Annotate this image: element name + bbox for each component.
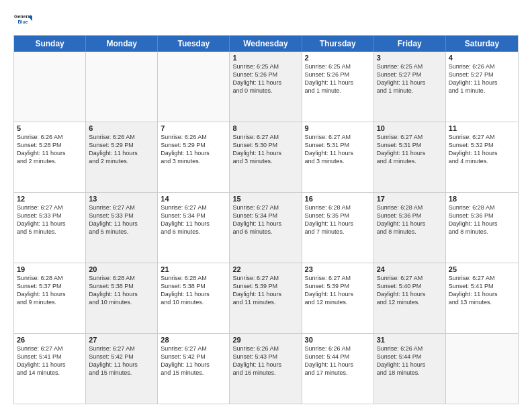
- day-number: 10: [377, 124, 443, 132]
- cell-info: Sunrise: 6:27 AMSunset: 5:33 PMDaylight:…: [89, 203, 154, 236]
- calendar-row-2: 12Sunrise: 6:27 AMSunset: 5:33 PMDayligh…: [14, 192, 518, 263]
- cal-cell-4-3: 29Sunrise: 6:26 AMSunset: 5:43 PMDayligh…: [230, 334, 302, 404]
- cell-info: Sunrise: 6:27 AMSunset: 5:31 PMDaylight:…: [305, 133, 371, 166]
- day-number: 28: [161, 336, 226, 344]
- cal-cell-3-2: 21Sunrise: 6:28 AMSunset: 5:38 PMDayligh…: [158, 263, 230, 333]
- cell-info: Sunrise: 6:27 AMSunset: 5:42 PMDaylight:…: [89, 345, 154, 377]
- cell-info: Sunrise: 6:25 AMSunset: 5:26 PMDaylight:…: [232, 62, 298, 95]
- cell-info: Sunrise: 6:27 AMSunset: 5:39 PMDaylight:…: [232, 274, 298, 307]
- day-number: 20: [89, 265, 154, 273]
- cal-cell-3-3: 22Sunrise: 6:27 AMSunset: 5:39 PMDayligh…: [230, 263, 302, 333]
- calendar-row-4: 26Sunrise: 6:27 AMSunset: 5:41 PMDayligh…: [14, 333, 518, 404]
- header-day-thursday: Thursday: [302, 36, 374, 52]
- day-number: 9: [305, 124, 371, 132]
- header: General Blue: [13, 11, 519, 30]
- cal-cell-1-2: 7Sunrise: 6:26 AMSunset: 5:29 PMDaylight…: [158, 122, 230, 192]
- cell-info: Sunrise: 6:27 AMSunset: 5:39 PMDaylight:…: [305, 274, 371, 307]
- day-number: 29: [232, 336, 298, 344]
- cal-cell-1-3: 8Sunrise: 6:27 AMSunset: 5:30 PMDaylight…: [230, 122, 302, 192]
- cal-cell-3-5: 24Sunrise: 6:27 AMSunset: 5:40 PMDayligh…: [374, 263, 446, 333]
- cal-cell-1-1: 6Sunrise: 6:26 AMSunset: 5:29 PMDaylight…: [86, 122, 158, 192]
- cal-cell-0-4: 2Sunrise: 6:25 AMSunset: 5:26 PMDaylight…: [302, 52, 374, 122]
- page: General Blue SundayMondayTuesdayWednesda…: [0, 0, 532, 411]
- cal-cell-4-5: 31Sunrise: 6:26 AMSunset: 5:44 PMDayligh…: [374, 334, 446, 404]
- day-number: 14: [161, 195, 226, 203]
- calendar-row-1: 5Sunrise: 6:26 AMSunset: 5:28 PMDaylight…: [14, 122, 518, 192]
- cal-cell-4-2: 28Sunrise: 6:27 AMSunset: 5:42 PMDayligh…: [158, 334, 230, 404]
- day-number: 4: [449, 54, 515, 62]
- day-number: 3: [377, 54, 443, 62]
- cal-cell-3-4: 23Sunrise: 6:27 AMSunset: 5:39 PMDayligh…: [302, 263, 374, 333]
- cal-cell-2-2: 14Sunrise: 6:27 AMSunset: 5:34 PMDayligh…: [158, 193, 230, 263]
- day-number: 22: [232, 265, 298, 273]
- cal-cell-0-5: 3Sunrise: 6:25 AMSunset: 5:27 PMDaylight…: [374, 52, 446, 122]
- header-day-wednesday: Wednesday: [230, 36, 302, 52]
- header-day-tuesday: Tuesday: [158, 36, 230, 52]
- cell-info: Sunrise: 6:27 AMSunset: 5:31 PMDaylight:…: [377, 133, 443, 166]
- svg-text:Blue: Blue: [17, 19, 28, 24]
- cell-info: Sunrise: 6:25 AMSunset: 5:26 PMDaylight:…: [305, 62, 371, 95]
- calendar-body: 1Sunrise: 6:25 AMSunset: 5:26 PMDaylight…: [14, 52, 518, 404]
- cal-cell-3-0: 19Sunrise: 6:28 AMSunset: 5:37 PMDayligh…: [14, 263, 86, 333]
- day-number: 12: [17, 195, 83, 203]
- day-number: 19: [17, 265, 83, 273]
- cal-cell-1-0: 5Sunrise: 6:26 AMSunset: 5:28 PMDaylight…: [14, 122, 86, 192]
- cell-info: Sunrise: 6:27 AMSunset: 5:42 PMDaylight:…: [161, 345, 226, 377]
- cal-cell-3-6: 25Sunrise: 6:27 AMSunset: 5:41 PMDayligh…: [446, 263, 518, 333]
- logo-icon: General Blue: [13, 11, 32, 30]
- cal-cell-0-1: [86, 52, 158, 122]
- day-number: 1: [232, 54, 298, 62]
- day-number: 27: [89, 336, 154, 344]
- cal-cell-2-1: 13Sunrise: 6:27 AMSunset: 5:33 PMDayligh…: [86, 193, 158, 263]
- cal-cell-1-4: 9Sunrise: 6:27 AMSunset: 5:31 PMDaylight…: [302, 122, 374, 192]
- cal-cell-1-5: 10Sunrise: 6:27 AMSunset: 5:31 PMDayligh…: [374, 122, 446, 192]
- cell-info: Sunrise: 6:26 AMSunset: 5:29 PMDaylight:…: [161, 133, 226, 166]
- cell-info: Sunrise: 6:26 AMSunset: 5:44 PMDaylight:…: [377, 345, 443, 377]
- day-number: 23: [305, 265, 371, 273]
- cell-info: Sunrise: 6:27 AMSunset: 5:41 PMDaylight:…: [449, 274, 515, 307]
- day-number: 31: [377, 336, 443, 344]
- cell-info: Sunrise: 6:27 AMSunset: 5:32 PMDaylight:…: [449, 133, 515, 166]
- cal-cell-2-5: 17Sunrise: 6:28 AMSunset: 5:36 PMDayligh…: [374, 193, 446, 263]
- header-day-friday: Friday: [374, 36, 446, 52]
- calendar-row-3: 19Sunrise: 6:28 AMSunset: 5:37 PMDayligh…: [14, 263, 518, 333]
- cell-info: Sunrise: 6:28 AMSunset: 5:36 PMDaylight:…: [377, 203, 443, 236]
- day-number: 13: [89, 195, 154, 203]
- cal-cell-4-0: 26Sunrise: 6:27 AMSunset: 5:41 PMDayligh…: [14, 334, 86, 404]
- header-day-monday: Monday: [86, 36, 158, 52]
- cal-cell-3-1: 20Sunrise: 6:28 AMSunset: 5:38 PMDayligh…: [86, 263, 158, 333]
- cal-cell-1-6: 11Sunrise: 6:27 AMSunset: 5:32 PMDayligh…: [446, 122, 518, 192]
- day-number: 11: [449, 124, 515, 132]
- cell-info: Sunrise: 6:27 AMSunset: 5:30 PMDaylight:…: [232, 133, 298, 166]
- calendar-row-0: 1Sunrise: 6:25 AMSunset: 5:26 PMDaylight…: [14, 52, 518, 122]
- day-number: 5: [17, 124, 83, 132]
- cell-info: Sunrise: 6:26 AMSunset: 5:28 PMDaylight:…: [17, 133, 83, 166]
- cal-cell-2-0: 12Sunrise: 6:27 AMSunset: 5:33 PMDayligh…: [14, 193, 86, 263]
- cal-cell-0-6: 4Sunrise: 6:26 AMSunset: 5:27 PMDaylight…: [446, 52, 518, 122]
- cell-info: Sunrise: 6:28 AMSunset: 5:37 PMDaylight:…: [17, 274, 83, 307]
- cal-cell-4-1: 27Sunrise: 6:27 AMSunset: 5:42 PMDayligh…: [86, 334, 158, 404]
- header-day-sunday: Sunday: [14, 36, 86, 52]
- day-number: 25: [449, 265, 515, 273]
- day-number: 7: [161, 124, 226, 132]
- cell-info: Sunrise: 6:26 AMSunset: 5:29 PMDaylight:…: [89, 133, 154, 166]
- day-number: 16: [305, 195, 371, 203]
- day-number: 21: [161, 265, 226, 273]
- cal-cell-2-3: 15Sunrise: 6:27 AMSunset: 5:34 PMDayligh…: [230, 193, 302, 263]
- cal-cell-2-6: 18Sunrise: 6:28 AMSunset: 5:36 PMDayligh…: [446, 193, 518, 263]
- header-day-saturday: Saturday: [446, 36, 518, 52]
- cell-info: Sunrise: 6:28 AMSunset: 5:38 PMDaylight:…: [161, 274, 226, 307]
- cell-info: Sunrise: 6:28 AMSunset: 5:35 PMDaylight:…: [305, 203, 371, 236]
- cell-info: Sunrise: 6:28 AMSunset: 5:38 PMDaylight:…: [89, 274, 154, 307]
- cal-cell-0-0: [14, 52, 86, 122]
- day-number: 6: [89, 124, 154, 132]
- day-number: 15: [232, 195, 298, 203]
- cal-cell-0-3: 1Sunrise: 6:25 AMSunset: 5:26 PMDaylight…: [230, 52, 302, 122]
- cell-info: Sunrise: 6:28 AMSunset: 5:36 PMDaylight:…: [449, 203, 515, 236]
- cell-info: Sunrise: 6:27 AMSunset: 5:34 PMDaylight:…: [232, 203, 298, 236]
- cal-cell-0-2: [158, 52, 230, 122]
- cell-info: Sunrise: 6:25 AMSunset: 5:27 PMDaylight:…: [377, 62, 443, 95]
- day-number: 17: [377, 195, 443, 203]
- cell-info: Sunrise: 6:26 AMSunset: 5:44 PMDaylight:…: [305, 345, 371, 377]
- cal-cell-4-6: [446, 334, 518, 404]
